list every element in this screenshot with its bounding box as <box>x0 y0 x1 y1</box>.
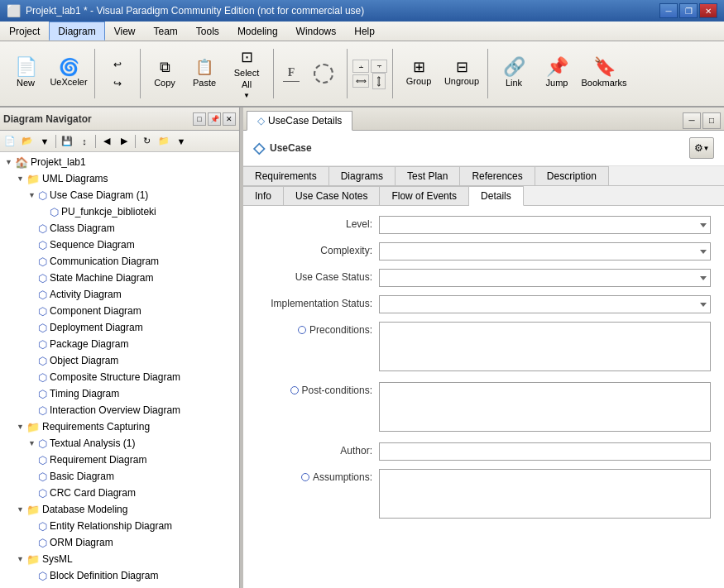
sidebar-item-textual-analysis[interactable]: ▼ ⬡ Textual Analysis (1) <box>2 435 237 452</box>
assumptions-control[interactable] <box>379 469 711 521</box>
sidebar-item-package-diagram[interactable]: ▷ ⬡ Package Diagram <box>2 336 237 352</box>
menu-diagram[interactable]: Diagram <box>49 22 104 41</box>
content-right-toolbar[interactable]: ─ □ <box>683 112 721 129</box>
sidebar-item-pu-funkcje[interactable]: ▷ ⬡ PU_funkcje_biblioteki <box>2 203 237 220</box>
tab-requirements[interactable]: Requirements <box>243 166 329 185</box>
menu-help[interactable]: Help <box>345 22 384 41</box>
sidebar-item-requirements-capturing[interactable]: ▼ 📁 Requirements Capturing <box>2 418 237 435</box>
implementation-status-select[interactable] <box>379 295 711 313</box>
sidebar-item-activity-diagram[interactable]: ▷ ⬡ Activity Diagram <box>2 286 237 303</box>
sidebar-item-crc-diagram[interactable]: ▷ ⬡ CRC Card Diagram <box>2 485 237 501</box>
align-right-button[interactable]: ⫟ <box>371 60 387 73</box>
menu-project[interactable]: Project <box>0 22 49 41</box>
group-button[interactable]: ⊞ Group <box>398 45 439 103</box>
tab-diagrams[interactable]: Diagrams <box>329 166 396 185</box>
sidebar-refresh-btn[interactable]: ↻ <box>138 133 155 150</box>
sidebar-item-orm-diagram[interactable]: ▷ ⬡ ORM Diagram <box>2 534 237 551</box>
settings-button[interactable]: ⚙▼ <box>689 137 714 159</box>
preconditions-textarea[interactable] <box>379 322 711 371</box>
sidebar-item-communication-diagram[interactable]: ▷ ⬡ Communication Diagram <box>2 253 237 270</box>
sidebar-folder-btn[interactable]: 📁 <box>156 133 172 150</box>
use-case-status-select[interactable] <box>379 269 711 287</box>
sidebar-item-database-modeling[interactable]: ▼ 📁 Database Modeling <box>2 501 237 518</box>
content-minimize-btn[interactable]: ─ <box>683 112 701 129</box>
tab-usecase-details[interactable]: ◇ UseCase Details <box>247 111 352 131</box>
undo-button[interactable]: ↩ <box>100 55 135 74</box>
menu-tools[interactable]: Tools <box>187 22 228 41</box>
tab-info[interactable]: Info <box>243 186 284 205</box>
preconditions-control[interactable] <box>379 322 711 374</box>
minimize-button[interactable]: ─ <box>659 3 678 18</box>
complexity-control[interactable] <box>379 242 711 261</box>
sidebar-item-component-diagram[interactable]: ▷ ⬡ Component Diagram <box>2 303 237 319</box>
sidebar-item-uml-diagrams[interactable]: ▼ 📁 UML Diagrams <box>2 170 237 187</box>
menu-windows[interactable]: Windows <box>287 22 346 41</box>
tab-details[interactable]: Details <box>469 186 524 206</box>
paste-button[interactable]: 📋 Paste <box>185 45 223 103</box>
close-button[interactable]: ✕ <box>699 3 717 18</box>
sidebar-minimize-button[interactable]: □ <box>193 112 206 126</box>
author-control[interactable] <box>379 442 711 461</box>
menu-modeling[interactable]: Modeling <box>228 22 287 41</box>
post-conditions-textarea[interactable] <box>379 382 711 432</box>
sidebar-controls[interactable]: □ 📌 ✕ <box>193 112 236 126</box>
bookmarks-button[interactable]: 🔖 Bookmarks <box>579 45 629 103</box>
author-input[interactable] <box>379 442 711 461</box>
sidebar-close-button[interactable]: ✕ <box>223 112 236 126</box>
assumptions-textarea[interactable] <box>379 469 711 519</box>
sidebar-back-btn[interactable]: ◀ <box>98 133 115 150</box>
sidebar-open-btn[interactable]: 📂 <box>19 133 36 150</box>
sidebar-item-deployment-diagram[interactable]: ▷ ⬡ Deployment Diagram <box>2 319 237 336</box>
sidebar-item-requirement-diagram[interactable]: ▷ ⬡ Requirement Diagram <box>2 452 237 468</box>
content-maximize-btn[interactable]: □ <box>702 112 721 129</box>
distribute-h-button[interactable]: ⟺ <box>352 74 369 88</box>
level-control[interactable] <box>379 216 711 234</box>
sidebar-item-block-diagram[interactable]: ▷ ⬡ Block Definition Diagram <box>2 567 237 584</box>
restore-button[interactable]: ❐ <box>679 3 698 18</box>
new-button[interactable]: 📄 New <box>5 45 46 103</box>
sidebar-item-interaction-diagram[interactable]: ▷ ⬡ Interaction Overview Diagram <box>2 402 237 418</box>
level-select[interactable] <box>379 216 711 234</box>
sidebar-item-class-diagram[interactable]: ▷ ⬡ Class Diagram <box>2 220 237 237</box>
align-left-button[interactable]: ⫠ <box>352 60 369 73</box>
sidebar-tree[interactable]: ▼ 🏠 Projekt_lab1 ▼ 📁 UML Diagrams ▼ ⬡ Us… <box>0 152 239 588</box>
sidebar-pin-button[interactable]: 📌 <box>208 112 221 126</box>
sidebar-save-btn[interactable]: 💾 <box>59 133 75 150</box>
select-all-button[interactable]: ⊡ SelectAll ▼ <box>225 45 268 103</box>
tab-description[interactable]: Description <box>535 166 609 185</box>
sidebar-item-timing-diagram[interactable]: ▷ ⬡ Timing Diagram <box>2 385 237 402</box>
ungroup-button[interactable]: ⊟ Ungroup <box>441 45 482 103</box>
sidebar-item-state-machine-diagram[interactable]: ▷ ⬡ State Machine Diagram <box>2 270 237 286</box>
redo-button[interactable]: ↪ <box>100 74 135 93</box>
sidebar-item-use-case-diagram[interactable]: ▼ ⬡ Use Case Diagram (1) <box>2 187 237 203</box>
tab-test-plan[interactable]: Test Plan <box>396 166 460 185</box>
sidebar-item-object-diagram[interactable]: ▷ ⬡ Object Diagram <box>2 352 237 369</box>
sidebar-item-composite-diagram[interactable]: ▷ ⬡ Composite Structure Diagram <box>2 369 237 385</box>
tab-flow-of-events[interactable]: Flow of Events <box>380 186 469 205</box>
tree-root[interactable]: ▼ 🏠 Projekt_lab1 <box>2 154 237 170</box>
sidebar-item-basic-diagram[interactable]: ▷ ⬡ Basic Diagram <box>2 468 237 485</box>
sidebar-item-erd[interactable]: ▷ ⬡ Entity Relationship Diagram <box>2 518 237 534</box>
use-case-status-control[interactable] <box>379 269 711 287</box>
sidebar-item-sequence-diagram[interactable]: ▷ ⬡ Sequence Diagram <box>2 237 237 253</box>
sidebar-forward-btn[interactable]: ▶ <box>116 133 132 150</box>
title-bar-controls[interactable]: ─ ❐ ✕ <box>659 3 717 18</box>
implementation-status-control[interactable] <box>379 295 711 313</box>
distribute-v-button[interactable]: ⟺ <box>372 73 386 89</box>
sidebar-folder-dropdown-btn[interactable]: ▼ <box>173 133 189 150</box>
copy-button[interactable]: ⧉ Copy <box>146 45 184 103</box>
jump-button[interactable]: 📌 Jump <box>536 45 578 103</box>
uexceler-button[interactable]: 🌀 UeXceler <box>48 45 89 103</box>
sidebar-dropdown-btn[interactable]: ▼ <box>36 133 53 150</box>
tab-use-case-notes[interactable]: Use Case Notes <box>284 186 380 205</box>
menu-view[interactable]: View <box>105 22 145 41</box>
sidebar-item-sysml[interactable]: ▼ 📁 SysML <box>2 551 237 567</box>
sidebar-new-btn[interactable]: 📄 <box>2 133 18 150</box>
tab-references[interactable]: References <box>460 166 535 185</box>
complexity-select[interactable] <box>379 242 711 261</box>
sidebar-sort-btn[interactable]: ↕ <box>76 133 93 150</box>
menu-team[interactable]: Team <box>145 22 187 41</box>
post-conditions-control[interactable] <box>379 382 711 434</box>
sidebar-item-internal-block-diagram[interactable]: ▷ ⬡ Internal Block Diagram... <box>2 584 237 588</box>
link-button[interactable]: 🔗 Link <box>493 45 535 103</box>
